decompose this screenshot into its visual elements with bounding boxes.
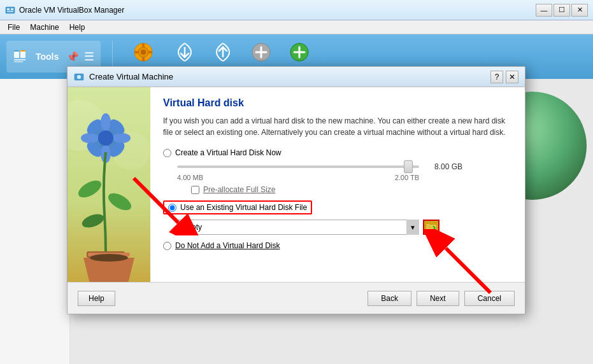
slider-container: 8.00 GB	[177, 162, 512, 171]
prealloc-row: Pre-allocate Full Size	[191, 185, 512, 194]
dialog-close-button[interactable]: ✕	[506, 71, 518, 83]
window-controls: — ☐ ✕	[536, 4, 588, 17]
option-no-disk-label[interactable]: Do Not Add a Virtual Hard Disk	[175, 241, 280, 250]
slider-range: 4.00 MB 2.00 TB	[177, 174, 419, 181]
svg-rect-1	[7, 8, 10, 10]
svg-rect-13	[142, 57, 145, 61]
svg-rect-2	[11, 8, 13, 10]
cancel-button[interactable]: Cancel	[464, 291, 515, 306]
dialog-title-bar: Create Virtual Machine ? ✕	[68, 67, 525, 87]
prealloc-checkbox[interactable]	[191, 186, 199, 194]
disk-dropdown[interactable]: Empty	[177, 220, 419, 235]
svg-rect-3	[7, 11, 13, 12]
minimize-button[interactable]: —	[536, 4, 552, 17]
svg-rect-14	[134, 51, 138, 53]
dialog-title: Create Virtual Machine	[89, 72, 490, 81]
svg-point-31	[101, 113, 111, 131]
svg-rect-8	[14, 59, 25, 60]
dialog-footer: Help Back Next Cancel	[68, 282, 525, 314]
svg-rect-9	[14, 61, 23, 62]
menu-file[interactable]: File	[3, 22, 25, 33]
option-use-existing-radio[interactable]	[168, 204, 176, 212]
dialog-sidebar	[68, 87, 150, 282]
preferences-icon	[132, 41, 155, 64]
dialog-body: Virtual Hard disk If you wish you can ad…	[68, 87, 525, 282]
slider-thumb[interactable]	[404, 160, 413, 173]
dialog-heading: Virtual Hard disk	[163, 97, 512, 109]
svg-point-34	[113, 133, 131, 143]
app-title: Oracle VM VirtualBox Manager	[19, 6, 536, 15]
import-icon	[173, 41, 196, 64]
slider-min: 4.00 MB	[177, 174, 203, 181]
option-create-new-radio[interactable]	[163, 149, 171, 157]
menu-bar: File Machine Help	[0, 20, 593, 34]
back-button[interactable]: Back	[368, 291, 411, 306]
svg-rect-7	[20, 50, 25, 52]
dropdown-row: Empty ▼	[177, 220, 512, 235]
use-existing-highlighted: Use an Existing Virtual Hard Disk File	[163, 200, 312, 214]
menu-help[interactable]: Help	[64, 22, 90, 33]
folder-icon	[425, 221, 437, 233]
svg-point-46	[90, 254, 128, 262]
svg-rect-5	[14, 50, 19, 52]
pin-button[interactable]: 📌	[66, 51, 79, 63]
add-icon	[288, 41, 311, 64]
next-button[interactable]: Next	[417, 291, 459, 306]
close-button[interactable]: ✕	[571, 4, 588, 17]
slider-value: 8.00 GB	[424, 162, 462, 171]
slider-track[interactable]	[177, 165, 419, 168]
title-bar: Oracle VM VirtualBox Manager — ☐ ✕	[0, 0, 593, 20]
svg-point-39	[98, 130, 113, 146]
option-no-disk-radio[interactable]	[163, 242, 171, 250]
app-icon	[5, 5, 15, 15]
option-create-new-row: Create a Virtual Hard Disk Now	[163, 148, 512, 157]
svg-rect-15	[148, 51, 152, 53]
help-button[interactable]: Help	[78, 291, 115, 306]
svg-rect-12	[142, 43, 145, 47]
create-vm-dialog: Create Virtual Machine ? ✕	[67, 66, 525, 314]
option-create-new-label[interactable]: Create a Virtual Hard Disk Now	[175, 148, 282, 157]
new-icon	[250, 41, 273, 64]
dialog-description: If you wish you can add a virtual hard d…	[163, 115, 512, 138]
slider-area: 8.00 GB 4.00 MB 2.00 TB Pre-allocate Ful…	[177, 162, 512, 194]
option-use-existing-label[interactable]: Use an Existing Virtual Hard Disk File	[180, 203, 307, 212]
disk-dropdown-wrapper: Empty ▼	[177, 220, 419, 235]
prealloc-label[interactable]: Pre-allocate Full Size	[203, 185, 275, 194]
list-button[interactable]: ☰	[84, 50, 94, 64]
svg-rect-0	[6, 7, 15, 13]
svg-point-33	[81, 133, 99, 143]
dialog-icon	[74, 72, 84, 82]
tools-icon	[13, 48, 31, 66]
option-no-disk-row: Do Not Add a Virtual Hard Disk	[163, 241, 512, 250]
svg-point-26	[77, 75, 81, 79]
svg-rect-48	[426, 224, 431, 226]
option-use-existing-row: Use an Existing Virtual Hard Disk File	[163, 200, 512, 214]
menu-machine[interactable]: Machine	[25, 22, 64, 33]
slider-max: 2.00 TB	[395, 174, 419, 181]
dropdown-arrow-icon: ▼	[406, 220, 419, 235]
dialog-content: Virtual Hard disk If you wish you can ad…	[150, 87, 525, 282]
sidebar	[0, 79, 70, 364]
browse-folder-button[interactable]	[423, 220, 439, 235]
svg-point-16	[141, 50, 146, 55]
export-icon	[211, 41, 234, 64]
dialog-help-icon[interactable]: ?	[490, 71, 503, 83]
maximize-button[interactable]: ☐	[554, 4, 570, 17]
tools-label: Tools	[36, 52, 59, 62]
plant-illustration	[68, 87, 150, 282]
